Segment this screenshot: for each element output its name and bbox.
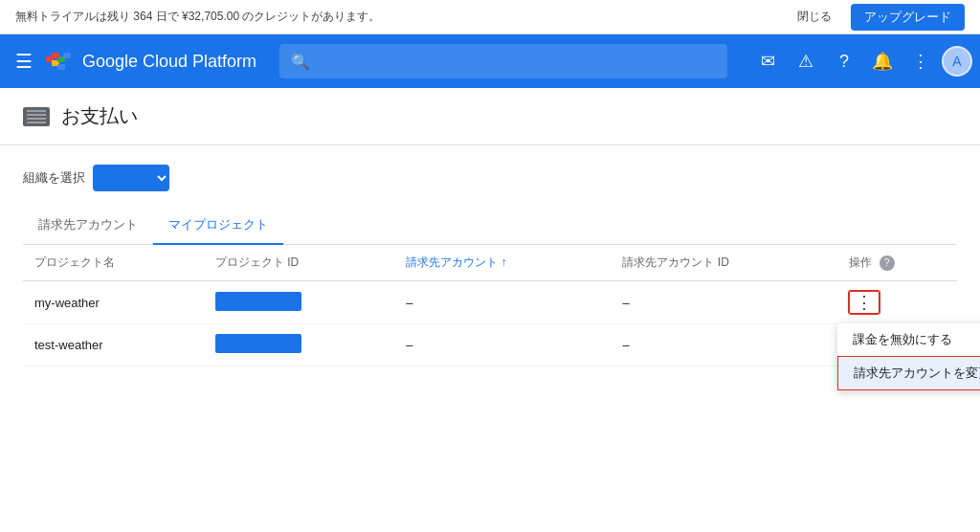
search-bar[interactable]: 🔍 [279, 44, 727, 78]
col-actions: 操作 ? [837, 245, 957, 281]
col-billing-account[interactable]: 請求先アカウント ↑ [394, 245, 611, 281]
upgrade-button[interactable]: アップグレード [851, 4, 965, 31]
content-area: 組織を選択 請求先アカウント マイプロジェクト プロジェクト名 [0, 145, 980, 386]
table-header-row: プロジェクト名 プロジェクト ID 請求先アカウント ↑ 請求先アカウント ID [23, 245, 957, 281]
app-logo: Google Cloud Platform [44, 46, 256, 77]
change-billing-account-item[interactable]: 請求先アカウントを変更 [837, 356, 980, 390]
table-row: my-weather – – ⋮ 課金を無効にする 請求先アカウントを変更 [23, 281, 957, 324]
tab-billing-account[interactable]: 請求先アカウント [23, 207, 153, 245]
actions-help-icon[interactable]: ? [880, 255, 895, 271]
billing-account-cell: – [394, 281, 611, 324]
navbar-actions: ✉ ⚠ ? 🔔 ⋮ A [750, 44, 972, 78]
svg-rect-5 [57, 64, 65, 70]
top-banner-message: 無料トライアルは残り 364 日で ¥32,705.00 のクレジットがあります… [15, 9, 380, 25]
hamburger-icon[interactable]: ☰ [8, 42, 40, 80]
project-id-badge [215, 334, 301, 353]
billing-account-id-cell: – [611, 324, 837, 366]
billing-account-id-cell: – [611, 281, 837, 324]
project-id-badge [215, 292, 301, 311]
action-menu-button[interactable]: ⋮ [849, 291, 880, 314]
navbar: ☰ Google Cloud Platform 🔍 ✉ ⚠ ? 🔔 ⋮ A [0, 34, 980, 88]
notification-icon-button[interactable]: 🔔 [865, 44, 900, 78]
tab-my-projects[interactable]: マイプロジェクト [153, 207, 283, 245]
action-cell: ⋮ 課金を無効にする 請求先アカウントを変更 [837, 281, 957, 324]
col-project-name: プロジェクト名 [23, 245, 204, 281]
table-row: test-weather – – [23, 324, 957, 366]
project-name-cell: test-weather [23, 324, 204, 366]
projects-table: プロジェクト名 プロジェクト ID 請求先アカウント ↑ 請求先アカウント ID [23, 245, 957, 366]
org-label: 組織を選択 [23, 169, 85, 187]
svg-rect-4 [52, 53, 59, 58]
avatar[interactable]: A [942, 46, 972, 77]
top-banner-actions: 閉じる アップグレード [797, 4, 965, 31]
svg-rect-3 [63, 53, 71, 58]
tabs: 請求先アカウント マイプロジェクト [23, 207, 957, 245]
page-container: お支払い 組織を選択 請求先アカウント マイプロジェクト [0, 88, 980, 532]
search-input[interactable] [318, 54, 716, 69]
col-billing-account-id: 請求先アカウント ID [611, 245, 837, 281]
project-id-cell [204, 324, 394, 366]
action-dropdown: 課金を無効にする 請求先アカウントを変更 [837, 323, 980, 390]
billing-account-cell: – [394, 324, 611, 366]
project-name-cell: my-weather [23, 281, 204, 324]
email-icon-button[interactable]: ✉ [750, 44, 785, 78]
more-options-icon-button[interactable]: ⋮ [903, 44, 938, 78]
project-id-cell [204, 281, 394, 324]
page-header: お支払い [0, 88, 980, 145]
top-banner-message-area: 無料トライアルは残り 364 日で ¥32,705.00 のクレジットがあります… [15, 9, 380, 25]
search-icon: 🔍 [291, 53, 310, 71]
top-banner: 無料トライアルは残り 364 日で ¥32,705.00 のクレジットがあります… [0, 0, 980, 34]
disable-billing-item[interactable]: 課金を無効にする [837, 323, 980, 356]
org-selector: 組織を選択 [23, 165, 957, 191]
org-select[interactable] [93, 165, 169, 191]
page-title: お支払い [61, 103, 138, 129]
close-banner-button[interactable]: 閉じる [797, 9, 832, 25]
app-title: Google Cloud Platform [82, 52, 256, 72]
alert-icon-button[interactable]: ⚠ [789, 44, 823, 78]
billing-icon [23, 107, 50, 126]
cloud-logo-icon [44, 46, 75, 77]
table-container: プロジェクト名 プロジェクト ID 請求先アカウント ↑ 請求先アカウント ID [23, 245, 957, 366]
help-icon-button[interactable]: ? [827, 44, 861, 78]
col-project-id: プロジェクト ID [204, 245, 394, 281]
